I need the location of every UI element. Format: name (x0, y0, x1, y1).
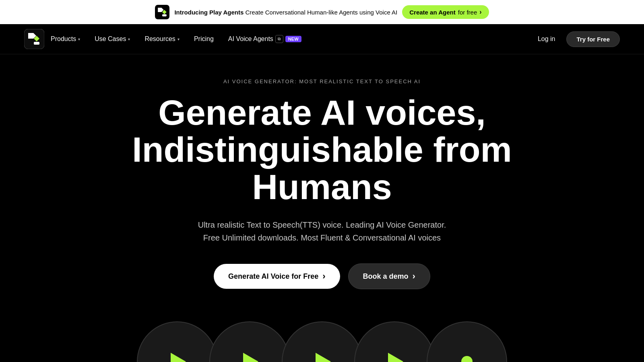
nav-item-resources[interactable]: Resources ▾ (138, 32, 186, 46)
svg-rect-1 (162, 14, 167, 16)
svg-rect-3 (34, 42, 39, 45)
new-badge: NEW (285, 36, 301, 42)
nav-item-ai-voice-agents[interactable]: AI Voice Agents ⧉ NEW (222, 32, 308, 46)
play-button-1[interactable] (164, 349, 190, 362)
banner-logo-icon (155, 5, 169, 19)
hero-buttons: Generate AI Voice for Free › Book a demo… (214, 263, 430, 289)
hero-subtitle: Ultra realistic Text to Speech(TTS) voic… (198, 218, 446, 244)
audio-players-row (0, 305, 644, 362)
nav-links: Products ▾ Use Cases ▾ Resources ▾ Prici… (44, 32, 533, 46)
try-for-free-button[interactable]: Try for Free (566, 31, 620, 47)
record-dot-icon (461, 356, 473, 362)
nav-item-products[interactable]: Products ▾ (44, 32, 87, 46)
play-triangle-icon-4 (388, 353, 403, 362)
top-banner: Introducing Play Agents Create Conversat… (0, 0, 644, 24)
use-cases-chevron-icon: ▾ (128, 37, 130, 41)
audio-player-2[interactable] (209, 321, 290, 362)
nav-logo-icon (24, 29, 44, 49)
nav-item-use-cases[interactable]: Use Cases ▾ (88, 32, 136, 46)
audio-player-3[interactable] (282, 321, 362, 362)
generate-voice-button[interactable]: Generate AI Voice for Free › (214, 264, 340, 289)
navbar: Products ▾ Use Cases ▾ Resources ▾ Prici… (0, 24, 644, 54)
play-triangle-icon-3 (316, 353, 331, 362)
login-button[interactable]: Log in (533, 32, 560, 46)
hero-title: Generate AI voices, Indistinguishable fr… (132, 94, 512, 206)
ai-voice-agents-icon: ⧉ (275, 35, 283, 43)
banner-cta-arrow-icon: › (479, 8, 481, 16)
record-indicator-5[interactable] (454, 349, 480, 362)
play-triangle-icon-1 (171, 353, 186, 362)
nav-item-pricing[interactable]: Pricing (188, 32, 220, 46)
nav-right: Log in Try for Free (533, 31, 620, 47)
audio-player-5[interactable] (427, 321, 507, 362)
hero-eyebrow: AI VOICE GENERATOR: MOST REALISTIC TEXT … (223, 78, 421, 84)
audio-player-1[interactable] (137, 321, 217, 362)
play-button-3[interactable] (309, 349, 335, 362)
play-button-4[interactable] (382, 349, 407, 362)
products-chevron-icon: ▾ (78, 37, 80, 41)
play-button-2[interactable] (237, 349, 262, 362)
resources-chevron-icon: ▾ (178, 37, 180, 41)
book-demo-button[interactable]: Book a demo › (348, 263, 430, 289)
secondary-btn-arrow-icon: › (413, 271, 415, 282)
play-triangle-icon-2 (243, 353, 258, 362)
audio-player-4[interactable] (354, 321, 435, 362)
banner-create-agent-button[interactable]: Create an Agent for free › (402, 5, 489, 19)
primary-btn-arrow-icon: › (322, 271, 325, 282)
banner-introducing-text: Introducing Play Agents Create Conversat… (174, 9, 397, 16)
hero-section: AI VOICE GENERATOR: MOST REALISTIC TEXT … (0, 54, 644, 305)
